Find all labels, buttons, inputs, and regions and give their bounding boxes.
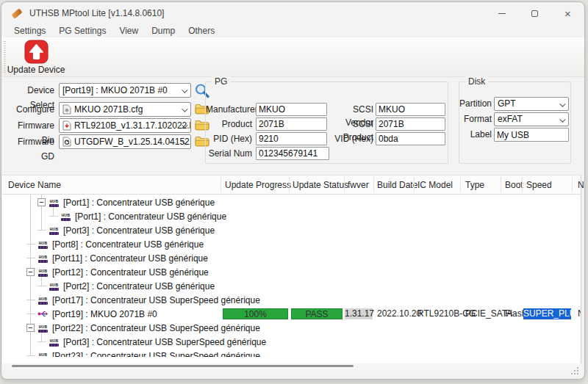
device-name: [Port11] : Concentrateur USB générique [52,253,208,264]
device-table: Device Name Update Progress Update Statu… [2,175,581,363]
column-separator[interactable] [501,177,501,192]
col-update-progress[interactable]: Update Progress [225,175,291,195]
collapse-expander-icon[interactable] [37,198,46,206]
config-file-icon [62,104,71,115]
usb-hub-icon: HUB [49,281,60,291]
menu-dump[interactable]: Dump [145,26,182,36]
tree-row[interactable]: HUB [Port8] : Concentrateur USB génériqu… [2,237,581,251]
scsi-product-field[interactable] [376,117,445,131]
update-device-icon [24,40,49,64]
chevron-down-icon [559,101,565,106]
column-separator[interactable] [344,177,345,192]
app-icon [11,7,24,19]
column-separator[interactable] [522,177,523,192]
horizontal-scrollbar[interactable] [2,363,581,369]
format-combobox[interactable]: exFAT [494,112,569,126]
collapse-expander-icon[interactable] [26,324,35,332]
menu-pg-settings[interactable]: PG Settings [52,26,112,36]
tree-row[interactable]: HUB [Port11] : Concentrateur USB génériq… [2,251,581,265]
tree-row[interactable]: HUB [Port2] : Concentrateur USB génériqu… [2,279,581,293]
serial-num-label: Serial Num [206,147,252,160]
serial-num-field[interactable] [256,147,329,160]
tree-row[interactable]: HUB [Port1] : Concentrateur USB génériqu… [2,209,581,223]
horizontal-scrollbar-thumb[interactable] [12,365,354,367]
col-fwver[interactable]: fwver [348,175,369,195]
configure-label: Configure [7,102,54,117]
column-separator[interactable] [572,177,573,192]
tree-branch [37,341,46,342]
col-type[interactable]: Type [465,175,484,195]
fwver-value: 1.31.17 [345,308,373,319]
col-speed[interactable]: Speed [526,175,552,195]
update-device-button[interactable]: Update Device [7,40,65,76]
maximize-button[interactable] [518,2,551,24]
column-separator[interactable] [289,177,290,192]
menu-others[interactable]: Others [182,26,221,36]
configure-combobox[interactable]: MKUO 2071B.cfg [59,102,191,117]
menu-view[interactable]: View [112,26,145,36]
pg-group-title: PG [212,76,230,87]
tree-row[interactable]: HUB [Port23] : Concentrateur USB SuperSp… [2,349,581,357]
column-separator[interactable] [220,177,221,192]
tree-row[interactable]: HUB [Port22] : Concentrateur USB SuperSp… [2,321,581,335]
pg-row-ids: PID (Hex) VID (Hex) [206,132,449,145]
usb-hub-icon: HUB [49,337,60,347]
pid-label: PID (Hex) [206,132,252,145]
col-build-date[interactable]: Build Date [377,175,417,195]
volume-label-field[interactable] [494,128,569,142]
tree-row[interactable]: HUB [Port3] : Concentrateur USB génériqu… [2,223,581,237]
firmware-gd-combobox[interactable]: UTGDFW_B_v1.25.14.041521.bin [59,134,191,149]
device-name: [Port12] : Concentrateur USB générique [52,267,209,278]
usb-hub-icon: HUB [49,225,60,235]
collapse-expander-icon[interactable] [26,268,35,276]
tree-branch [26,300,35,300]
toolbar-gripper[interactable] [4,41,6,73]
col-ic-model[interactable]: IC Model [417,175,453,195]
tree-row[interactable]: HUB [Port1] : Concentrateur USB génériqu… [2,195,581,209]
tree-branch [26,258,35,258]
manufacturer-label: Manufacturer [206,103,252,116]
device-row-port19[interactable]: [Port19] : MKUO 2071B #0 100% PASS 1.31.… [2,307,581,321]
vid-field[interactable] [376,132,445,145]
firmware-bin-combobox[interactable]: RTL9210B_v1.31.17.102022.bin [59,118,191,133]
col-update-status[interactable]: Update Status [293,175,348,195]
tree-branch [37,286,46,286]
device-name: [Port2] : Concentrateur USB générique [63,281,215,291]
resize-grip[interactable] [571,367,573,369]
window-title: UTHSB MPtool Lite [v1.14.8.0610] [29,8,164,18]
menu-settings[interactable]: Settings [7,26,52,36]
tree-row[interactable]: HUB [Port3] : Concentrateur USB SuperSpe… [2,335,581,349]
col-boot[interactable]: Boot [505,175,523,195]
next-col-partial: N [578,308,581,319]
minimize-button[interactable] [485,2,518,24]
usb-hub-icon: HUB [37,351,49,357]
app-window: UTHSB MPtool Lite [v1.14.8.0610] × Setti… [1,1,585,380]
partition-combobox[interactable]: GPT [494,97,569,111]
column-separator[interactable] [414,177,415,192]
manufacturer-field[interactable] [256,103,327,116]
device-name: [Port22] : Concentrateur USB SuperSpeed … [52,323,260,333]
device-select-combobox[interactable]: [Port19] : MKUO 2071B #0 [59,83,191,98]
close-icon: × [564,8,571,19]
column-separator[interactable] [373,177,374,192]
update-status-badge: PASS [291,308,343,319]
table-body: HUB [Port1] : Concentrateur USB génériqu… [2,195,581,357]
chevron-down-icon [182,87,187,93]
tree-row[interactable]: HUB [Port12] : Concentrateur USB génériq… [2,265,581,279]
column-separator[interactable] [460,177,461,192]
build-date-value: 2022.10.20 [377,308,421,319]
pid-field[interactable] [256,132,327,145]
col-device-name[interactable]: Device Name [8,175,61,195]
device-name: [Port17] : Concentrateur USB SuperSpeed … [52,295,260,305]
configure-row: Configure MKUO 2071B.cfg [7,102,213,117]
product-label: Product [206,117,252,131]
close-button[interactable]: × [551,2,584,24]
product-field[interactable] [256,117,327,131]
partition-value: GPT [498,98,516,109]
tree-row[interactable]: HUB [Port17] : Concentrateur USB SuperSp… [2,293,581,307]
scsi-vendor-field[interactable] [376,103,445,116]
col-next-partial[interactable]: N [578,175,584,195]
device-name: [Port8] : Concentrateur USB générique [52,239,204,250]
pg-groupbox: PG Manufacturer SCSI Vendor Product SCSI… [205,81,448,164]
usb-hub-icon: HUB [49,198,60,207]
